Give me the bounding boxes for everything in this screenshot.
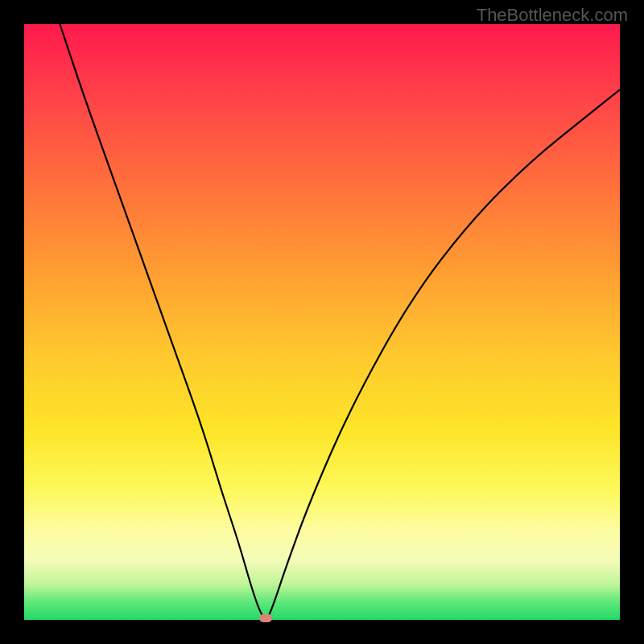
bottleneck-curve <box>24 24 620 620</box>
optimal-marker <box>259 614 272 622</box>
watermark-text: TheBottleneck.com <box>477 5 628 26</box>
chart-plot-area <box>24 24 620 620</box>
